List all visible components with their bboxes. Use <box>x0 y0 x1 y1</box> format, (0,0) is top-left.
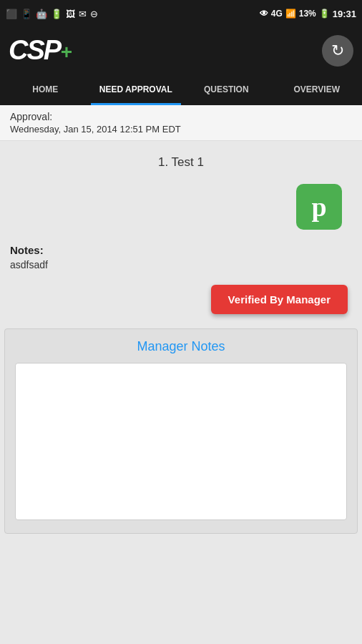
status-bar-left: ⬛ 📱 🤖 🔋 🖼 ✉ ⊖ <box>6 9 98 19</box>
notes-section: Notes: asdfsadf <box>10 244 352 270</box>
status-bar: ⬛ 📱 🤖 🔋 🖼 ✉ ⊖ 👁 4G 📶 13% 🔋 19:31 <box>0 0 362 27</box>
notes-text: asdfsadf <box>10 259 352 270</box>
tab-overview[interactable]: OVERVIEW <box>272 74 363 105</box>
refresh-button[interactable]: ↻ <box>322 35 353 67</box>
status-bar-right: 👁 4G 📶 13% 🔋 19:31 <box>260 9 356 19</box>
main-content: 1. Test 1 p Notes: asdfsadf Verified By … <box>0 141 362 534</box>
content-section: 1. Test 1 p Notes: asdfsadf Verified By … <box>0 141 362 328</box>
p-logo-badge: p <box>296 184 342 230</box>
refresh-icon: ↻ <box>331 42 344 60</box>
battery-percent: 13% <box>299 9 316 19</box>
clock: 19:31 <box>333 9 356 19</box>
eye-icon: 👁 <box>260 9 268 19</box>
p-logo-container: p <box>10 184 352 230</box>
minus-icon: ⊖ <box>90 9 98 19</box>
test-title: 1. Test 1 <box>10 155 352 170</box>
viber-icon: 📱 <box>21 9 32 19</box>
network-type: 4G <box>271 9 283 19</box>
approval-label: Approval: <box>10 111 352 122</box>
manager-notes-section: Manager Notes <box>4 328 358 534</box>
gallery-icon: 🖼 <box>66 9 75 19</box>
manager-notes-title: Manager Notes <box>15 339 347 354</box>
signal-icon: 📶 <box>285 9 296 19</box>
approval-date: Wednesday, Jan 15, 2014 12:51 PM EDT <box>10 124 352 135</box>
verified-btn-container: Verified By Manager <box>10 285 352 314</box>
bb-icon: ⬛ <box>6 9 17 19</box>
tab-need-approval[interactable]: NEED APPROVAL <box>91 74 182 105</box>
manager-notes-textarea[interactable] <box>15 363 347 520</box>
verified-by-manager-button[interactable]: Verified By Manager <box>211 285 348 314</box>
tab-home[interactable]: HOME <box>0 74 91 105</box>
android-icon: 🤖 <box>36 9 47 19</box>
approval-bar: Approval: Wednesday, Jan 15, 2014 12:51 … <box>0 105 362 141</box>
app-logo: CSP+ <box>9 35 71 66</box>
battery-icon: 🔋 <box>319 9 330 19</box>
tab-question[interactable]: QUESTION <box>181 74 272 105</box>
battery-low-icon: 🔋 <box>51 9 62 19</box>
email-icon: ✉ <box>79 9 87 19</box>
logo-text: CSP+ <box>9 35 71 65</box>
app-header: CSP+ ↻ <box>0 27 362 74</box>
notes-label: Notes: <box>10 244 352 256</box>
nav-tabs: HOME NEED APPROVAL QUESTION OVERVIEW <box>0 74 362 105</box>
